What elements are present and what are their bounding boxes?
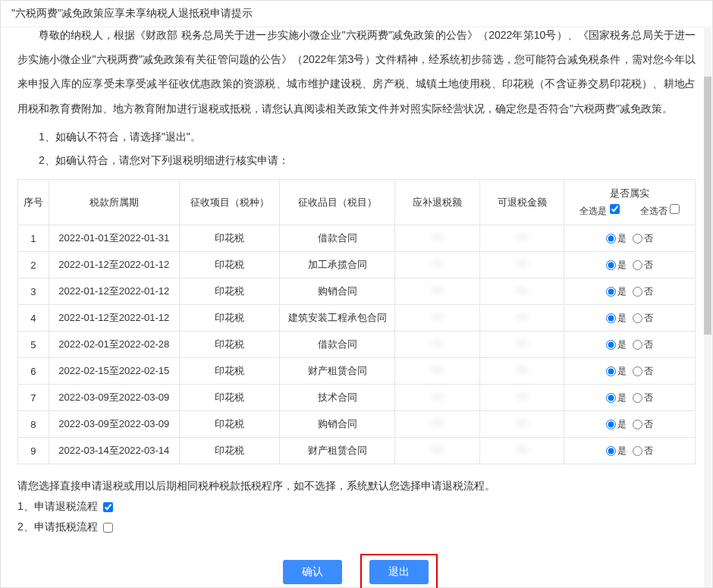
cell-refund: *** <box>479 305 564 332</box>
cell-taxtype: 印花税 <box>180 332 280 358</box>
row-no[interactable]: 否 <box>633 259 653 270</box>
cell-refund: *** <box>479 385 564 411</box>
row-no[interactable]: 否 <box>633 392 653 403</box>
exit-button[interactable]: 退出 <box>369 560 429 584</box>
select-all-yes[interactable]: 全选是 <box>580 204 619 219</box>
notes: 1、如确认不符合，请选择"退出"。 2、如确认符合，请您对下列退税明细进行核实申… <box>17 125 696 172</box>
row-yes-radio[interactable] <box>606 287 616 297</box>
th-period: 税款所属期 <box>49 180 180 225</box>
select-all-no-checkbox[interactable] <box>670 204 680 214</box>
row-no[interactable]: 否 <box>633 419 653 429</box>
cell-item: 借款合同 <box>279 332 394 358</box>
cell-item: 建筑安装工程承包合同 <box>279 305 394 332</box>
cell-verify: 是否 <box>564 278 696 305</box>
cell-seq: 8 <box>18 411 49 438</box>
cell-supp: *** <box>395 305 480 332</box>
table-row: 82022-03-09至2022-03-09印花税购销合同******是否 <box>18 411 696 438</box>
scrollbar-thumb[interactable] <box>704 77 711 335</box>
cell-seq: 5 <box>18 332 49 358</box>
row-no-radio[interactable] <box>633 287 642 297</box>
row-no-radio[interactable] <box>633 446 642 456</box>
table-row: 92022-03-14至2022-03-14印花税财产租赁合同******是否 <box>18 438 696 464</box>
process-credit: 2、申请抵税流程 <box>17 517 696 537</box>
th-seq: 序号 <box>18 180 49 225</box>
row-yes-radio[interactable] <box>606 446 616 456</box>
row-no[interactable]: 否 <box>633 366 653 376</box>
select-all-yes-checkbox[interactable] <box>610 204 620 214</box>
cell-supp: *** <box>395 252 480 278</box>
cell-supp: *** <box>395 385 480 411</box>
row-no[interactable]: 否 <box>633 445 653 456</box>
row-yes-radio[interactable] <box>606 340 616 350</box>
process-credit-checkbox[interactable] <box>103 523 113 533</box>
table-row: 52022-02-01至2022-02-28印花税借款合同******是否 <box>18 332 696 358</box>
row-yes-radio[interactable] <box>606 393 616 403</box>
bottom-note: 请您选择直接申请退税或用以后期相同税种税款抵税程序，如不选择，系统默认您选择申请… <box>17 475 696 496</box>
cell-taxtype: 印花税 <box>180 411 280 438</box>
button-row: 确认 退出 <box>17 554 696 588</box>
row-no-radio[interactable] <box>633 393 642 403</box>
cell-item: 技术合同 <box>279 385 394 411</box>
cell-item: 财产租赁合同 <box>279 438 394 464</box>
cell-period: 2022-01-12至2022-01-12 <box>49 278 180 305</box>
cell-seq: 4 <box>18 305 49 332</box>
row-yes[interactable]: 是 <box>606 392 627 403</box>
row-no-radio[interactable] <box>633 366 642 376</box>
cell-verify: 是否 <box>564 305 696 332</box>
cell-seq: 3 <box>18 278 49 305</box>
row-yes[interactable]: 是 <box>606 259 627 270</box>
cell-seq: 2 <box>18 252 49 278</box>
cell-taxtype: 印花税 <box>180 438 280 464</box>
cell-taxtype: 印花税 <box>180 305 280 332</box>
cell-refund: *** <box>479 332 564 358</box>
row-yes[interactable]: 是 <box>606 445 627 456</box>
row-no-radio[interactable] <box>633 420 642 429</box>
row-yes-radio[interactable] <box>606 234 616 244</box>
table-row: 12022-01-01至2022-01-31印花税借款合同******是否 <box>18 225 696 252</box>
cell-refund: *** <box>479 252 564 278</box>
row-yes[interactable]: 是 <box>606 366 627 376</box>
process-refund-checkbox[interactable] <box>103 502 113 512</box>
row-yes[interactable]: 是 <box>606 339 627 350</box>
row-yes-radio[interactable] <box>606 366 616 376</box>
row-yes-radio[interactable] <box>606 420 616 429</box>
row-yes[interactable]: 是 <box>606 286 627 297</box>
row-yes-radio[interactable] <box>606 313 616 323</box>
th-item: 征收品目（税目） <box>279 180 394 225</box>
process-options: 1、申请退税流程 2、申请抵税流程 <box>17 496 696 536</box>
row-no[interactable]: 否 <box>633 339 653 350</box>
row-no[interactable]: 否 <box>633 313 653 323</box>
cell-verify: 是否 <box>564 332 696 358</box>
row-no-radio[interactable] <box>633 260 642 270</box>
row-yes[interactable]: 是 <box>606 233 627 244</box>
cell-taxtype: 印花税 <box>180 252 280 278</box>
cell-seq: 9 <box>18 438 49 464</box>
table-row: 72022-03-09至2022-03-09印花税技术合同******是否 <box>18 385 696 411</box>
select-all-no[interactable]: 全选否 <box>640 204 680 219</box>
row-no-radio[interactable] <box>633 313 642 323</box>
confirm-button[interactable]: 确认 <box>283 560 342 584</box>
row-no-radio[interactable] <box>633 234 642 244</box>
cell-period: 2022-01-01至2022-01-31 <box>49 225 180 252</box>
row-yes-radio[interactable] <box>606 260 616 270</box>
row-no[interactable]: 否 <box>633 286 653 297</box>
cell-taxtype: 印花税 <box>180 225 280 252</box>
cell-seq: 7 <box>18 385 49 411</box>
row-yes[interactable]: 是 <box>606 419 627 429</box>
row-no[interactable]: 否 <box>633 233 653 244</box>
cell-period: 2022-03-09至2022-03-09 <box>49 411 180 438</box>
modal-title: "六税两费"减免政策应享未享纳税人退抵税申请提示 <box>1 1 712 27</box>
cell-item: 加工承揽合同 <box>279 252 394 278</box>
row-no-radio[interactable] <box>633 340 642 350</box>
cell-verify: 是否 <box>564 411 696 438</box>
note-1: 1、如确认不符合，请选择"退出"。 <box>17 125 696 149</box>
cell-verify: 是否 <box>564 358 696 385</box>
row-yes[interactable]: 是 <box>606 313 627 323</box>
th-refund: 可退税金额 <box>479 180 564 225</box>
note-2: 2、如确认符合，请您对下列退税明细进行核实申请： <box>17 149 696 172</box>
cell-supp: *** <box>395 225 480 252</box>
cell-supp: *** <box>395 332 480 358</box>
cell-seq: 6 <box>18 358 49 385</box>
cell-period: 2022-02-15至2022-02-15 <box>49 358 180 385</box>
table-row: 42022-01-12至2022-01-12印花税建筑安装工程承包合同*****… <box>18 305 696 332</box>
